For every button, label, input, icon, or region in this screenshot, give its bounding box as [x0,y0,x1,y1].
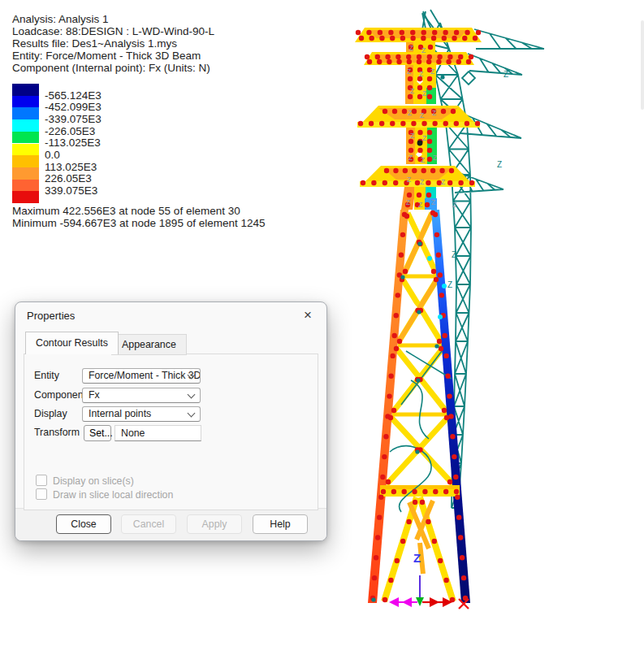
svg-text:Z: Z [452,250,456,259]
analysis-line: Analysis: Analysis 1 [12,13,214,25]
axis-triad: Z [389,551,469,609]
component-line: Component (Internal point): Fx (Units: N… [12,62,214,74]
legend-swatch [12,144,39,156]
svg-text:Z: Z [407,176,411,184]
svg-text:Z: Z [410,132,414,140]
close-button[interactable]: Close [56,514,111,534]
properties-dialog: Properties × Contour Results Appearance … [15,301,327,541]
svg-text:Z: Z [447,280,452,289]
entity-line: Entity: Force/Moment - Thick 3D Beam [12,50,214,62]
svg-text:Z: Z [410,87,414,95]
legend-swatch [12,155,39,167]
display-select[interactable]: Internal points [82,406,201,422]
legend-value: -565.124E3 [45,90,102,102]
loadcase-line: Loadcase: 88:DESIGN : L-WD-Wind-90-L [12,25,214,37]
display-label: Display [34,408,67,419]
svg-text:Z: Z [504,70,508,79]
legend-value: 339.075E3 [45,185,97,197]
svg-text:Z: Z [432,109,436,117]
svg-text:Z: Z [433,154,437,162]
tab-appearance[interactable]: Appearance [111,334,187,355]
checkbox-display-on-slices-label: Display on slice(s) [53,475,134,487]
legend-value: -339.075E3 [45,114,102,125]
display-value: Internal points [89,408,151,419]
legend-swatch [12,107,39,119]
maximum-line: Maximum 422.556E3 at node 55 of element … [12,205,265,217]
legend-swatch [12,167,39,180]
tab-page: Entity Force/Moment - Thick 3D E Compone… [24,354,318,510]
cancel-button[interactable]: Cancel [121,514,176,534]
svg-text:Z: Z [422,89,426,98]
legend-value: -452.099E3 [45,102,102,113]
legend-value: 113.025E3 [45,162,97,173]
legend-value: -226.05E3 [45,126,95,137]
entity-value: Force/Moment - Thick 3D E [89,370,201,381]
svg-text:Z: Z [408,154,413,162]
svg-text:Z: Z [406,198,410,206]
component-label: Component [34,389,86,401]
result-extremes: Maximum 422.556E3 at node 55 of element … [12,205,265,229]
transform-value: None [115,425,201,441]
axis-z-label: Z [413,551,421,565]
chevron-down-icon [188,410,196,418]
svg-text:Z: Z [421,46,426,54]
component-value: Fx [89,389,100,401]
legend-swatch [12,119,39,132]
svg-text:Z: Z [420,111,424,119]
svg-text:Z: Z [420,178,424,186]
tower-contour-render [355,28,482,603]
svg-text:Z: Z [431,198,435,206]
results-annotation: Analysis: Analysis 1 Loadcase: 88:DESIGN… [12,13,214,74]
svg-text:Z: Z [418,201,422,209]
axis-neg-x-arrow [389,597,399,607]
legend-swatch [12,132,39,144]
tab-contour-results[interactable]: Contour Results [25,332,119,354]
checkbox-draw-in-slice-local-direction[interactable] [36,488,47,500]
svg-text:Z: Z [409,44,413,52]
component-select[interactable]: Fx [82,388,201,403]
legend-swatch [12,180,39,192]
svg-text:Z: Z [430,67,434,76]
dialog-title: Properties [27,310,75,322]
transform-label: Transform [34,427,80,438]
transform-set-button[interactable]: Set... [84,425,111,441]
results-file-line: Results file: Des1~Analysis 1.mys [12,37,214,50]
apply-button[interactable]: Apply [187,514,242,534]
legend-value: 0.0 [45,150,60,161]
svg-text:Z: Z [422,134,426,142]
legend-value: -113.025E3 [45,137,101,149]
legend-swatch [12,84,39,96]
svg-text:Z: Z [441,178,445,186]
svg-text:Z: Z [421,156,425,164]
minimum-line: Minimum -594.667E3 at node 1895 of eleme… [12,217,265,229]
checkbox-display-on-slices[interactable] [36,475,47,486]
svg-text:Z: Z [407,67,411,76]
svg-text:Z: Z [452,201,456,209]
entity-label: Entity [34,370,59,381]
checkbox-draw-slice-label: Draw in slice local direction [53,489,173,501]
legend-value: 226.05E3 [45,173,92,184]
entity-select[interactable]: Force/Moment - Thick 3D E [82,368,201,384]
dialog-button-strip: Close Cancel Apply Help [15,508,326,540]
scrollbar-strip[interactable] [641,20,644,110]
contour-legend: -565.124E3-452.099E3-339.075E3-226.05E3-… [12,84,199,207]
chevron-down-icon [188,391,196,399]
svg-text:Z: Z [419,70,423,78]
svg-text:Z: Z [497,160,502,169]
help-button[interactable]: Help [253,514,308,534]
legend-swatch [12,96,39,108]
close-icon[interactable]: × [299,306,317,324]
dialog-titlebar[interactable]: Properties × [15,302,326,328]
legend-swatch [12,191,39,203]
svg-text:Z: Z [408,109,412,117]
